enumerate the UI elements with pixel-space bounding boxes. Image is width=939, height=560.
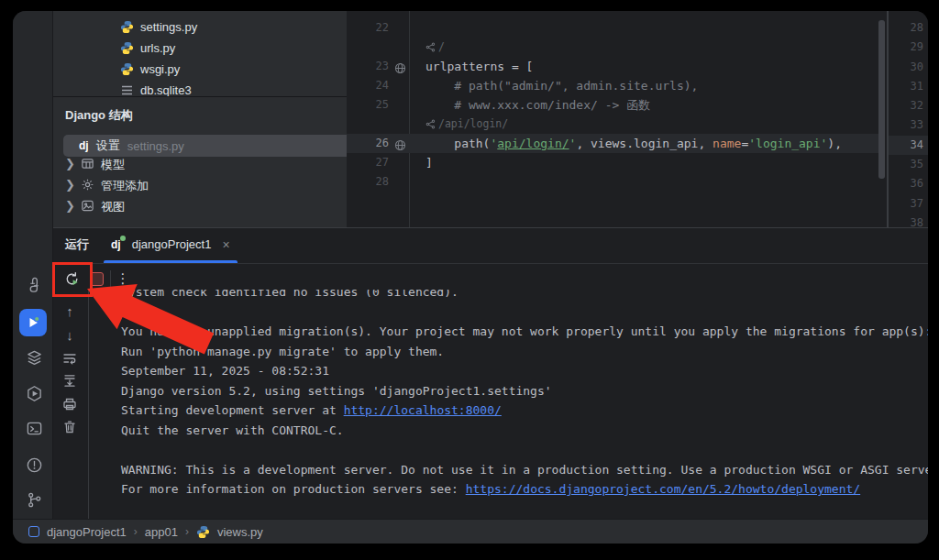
console-link[interactable]: http://localhost:8000/ <box>344 403 502 417</box>
print-icon[interactable] <box>61 395 79 413</box>
terminal-icon[interactable] <box>23 417 45 439</box>
code-text: # path("admin/", admin.site.urls), <box>425 76 698 95</box>
console-line <box>89 440 928 460</box>
chevron-right-icon[interactable]: ❯ <box>65 157 74 170</box>
running-status-dot <box>120 236 126 241</box>
scroll-to-end-icon[interactable] <box>61 371 79 390</box>
inlay-hint-row[interactable]: /api/login/ <box>347 115 878 134</box>
run-tab-djangoproject1[interactable]: dj djangoProject1 × <box>104 228 238 260</box>
code-line[interactable]: 26 path('api/login/', views.login_api, n… <box>347 134 878 153</box>
console-line: For more information on production serve… <box>89 479 928 500</box>
tab-label: djangoProject1 <box>132 237 212 251</box>
project-icon <box>28 526 39 537</box>
breadcrumb: djangoProject1 › app01 › views.py <box>13 519 928 544</box>
problems-icon[interactable] <box>23 454 45 476</box>
breadcrumb-project[interactable]: djangoProject1 <box>47 525 127 539</box>
breadcrumb-app01[interactable]: app01 <box>145 525 178 539</box>
line-number: 26 <box>347 134 389 153</box>
up-stacktrace-icon[interactable]: ↑ <box>61 302 79 320</box>
code-text: path('api/login/', views.login_api, name… <box>425 134 842 153</box>
console-text: Quit the server with CONTROL-C. <box>121 423 344 437</box>
code-text: urlpatterns = [ <box>425 57 533 76</box>
layers-icon[interactable] <box>23 346 45 368</box>
breadcrumb-views-py[interactable]: views.py <box>217 525 263 539</box>
table-icon <box>81 157 94 173</box>
python-console-icon[interactable] <box>23 273 45 295</box>
line-number: 30 <box>889 58 928 77</box>
code-text: # www.xxx.com/index/ -> 函数 <box>425 95 650 115</box>
inlay-hint-row[interactable]: / <box>347 38 878 57</box>
soft-wrap-icon[interactable] <box>61 349 79 368</box>
code-line[interactable]: 25 # www.xxx.com/index/ -> 函数 <box>347 95 878 115</box>
ide-window: settings.py urls.py wsgi.py db.sqlite3 D… <box>13 11 928 544</box>
tree-file-row[interactable]: wsgi.py <box>53 59 347 80</box>
breadcrumb-separator: › <box>134 525 138 538</box>
console-line: WARNING: This is a development server. D… <box>89 460 928 480</box>
line-number: 34 <box>889 136 928 155</box>
hexagon-play-icon[interactable] <box>23 382 45 404</box>
item-label: 模型 <box>101 157 125 173</box>
database-file-icon <box>120 84 134 96</box>
down-stacktrace-icon[interactable]: ↓ <box>61 325 79 344</box>
right-pane-gutter: 2829303132333435363738 <box>889 18 928 233</box>
line-number: 37 <box>889 194 928 214</box>
active-tab-underline <box>104 260 238 263</box>
tool-window-stripe <box>13 11 53 519</box>
python-file-icon <box>120 41 134 55</box>
django-structure-panel: Django 结构 dj 设置 settings.py ❯ 模型 ❯ <box>53 96 347 228</box>
code-editor[interactable]: 22/23urlpatterns = [24 # path("admin/", … <box>347 11 928 227</box>
git-branch-icon[interactable] <box>23 489 45 511</box>
more-options-icon[interactable]: ⋮ <box>112 268 134 290</box>
django-item-list: ❯ 模型 ❯ 管理添加 ❯ <box>53 154 347 217</box>
tool-window-title: 运行 <box>65 228 89 260</box>
gear-icon <box>81 178 94 194</box>
code-line[interactable]: 27] <box>347 153 878 172</box>
trash-icon[interactable] <box>61 418 79 436</box>
tree-file-row[interactable]: settings.py <box>53 16 347 38</box>
code-line[interactable]: 23urlpatterns = [ <box>347 57 878 76</box>
annotation-highlight-box <box>52 262 93 297</box>
console-line: You have 18 unapplied migration(s). Your… <box>89 322 928 342</box>
item-label: 管理添加 <box>101 178 149 194</box>
django-item-models[interactable]: ❯ 模型 <box>53 154 347 175</box>
code-line[interactable]: 22 <box>347 18 878 38</box>
chevron-right-icon[interactable]: ❯ <box>65 199 74 213</box>
file-name: wsgi.py <box>140 62 180 76</box>
file-name: urls.py <box>140 41 175 55</box>
console-line: Run 'python manage.py migrate' to apply … <box>89 342 928 362</box>
django-run-icon: dj <box>111 238 121 251</box>
image-icon <box>81 199 94 215</box>
item-label: 设置 <box>96 137 120 154</box>
console-line: Django version 5.2, using settings 'djan… <box>89 381 928 401</box>
line-number: 35 <box>889 155 928 174</box>
endpoint-inlay-hint: /api/login/ <box>425 115 508 134</box>
code-line[interactable]: 24 # path("admin/", admin.site.urls), <box>347 76 878 95</box>
run-console[interactable]: System check identified no issues (0 sil… <box>89 290 928 520</box>
tree-file-row[interactable]: urls.py <box>53 38 347 59</box>
console-link[interactable]: https://docs.djangoproject.com/en/5.2/ho… <box>466 482 860 496</box>
console-text: WARNING: This is a development server. D… <box>121 463 928 477</box>
close-icon[interactable]: × <box>222 237 229 252</box>
code-line[interactable]: 28 <box>347 172 878 192</box>
console-text: September 11, 2025 - 08:52:31 <box>121 364 329 378</box>
django-item-views[interactable]: ❯ 视图 <box>53 196 347 217</box>
tree-file-row[interactable]: db.sqlite3 <box>53 80 347 96</box>
run-header: 运行 dj djangoProject1 × <box>53 228 928 264</box>
line-number: 32 <box>889 96 928 115</box>
line-number: 27 <box>347 153 389 172</box>
line-number: 28 <box>347 172 389 192</box>
line-number: 22 <box>347 18 389 38</box>
chevron-right-icon[interactable]: ❯ <box>65 178 74 192</box>
project-tree-panel: settings.py urls.py wsgi.py db.sqlite3 <box>53 11 347 96</box>
line-number: 25 <box>347 95 389 115</box>
line-number: 24 <box>347 76 389 95</box>
console-line <box>89 302 928 323</box>
run-icon[interactable] <box>19 309 47 336</box>
console-text: Django version 5.2, using settings 'djan… <box>121 384 552 398</box>
editor-lines: 22/23urlpatterns = [24 # path("admin/", … <box>347 18 928 192</box>
console-text: Run 'python manage.py migrate' to apply … <box>121 345 444 358</box>
editor-scrollbar[interactable] <box>878 20 885 179</box>
panel-title: Django 结构 <box>65 104 133 126</box>
console-text: System check identified no issues (0 sil… <box>121 290 458 299</box>
django-item-admin[interactable]: ❯ 管理添加 <box>53 175 347 196</box>
